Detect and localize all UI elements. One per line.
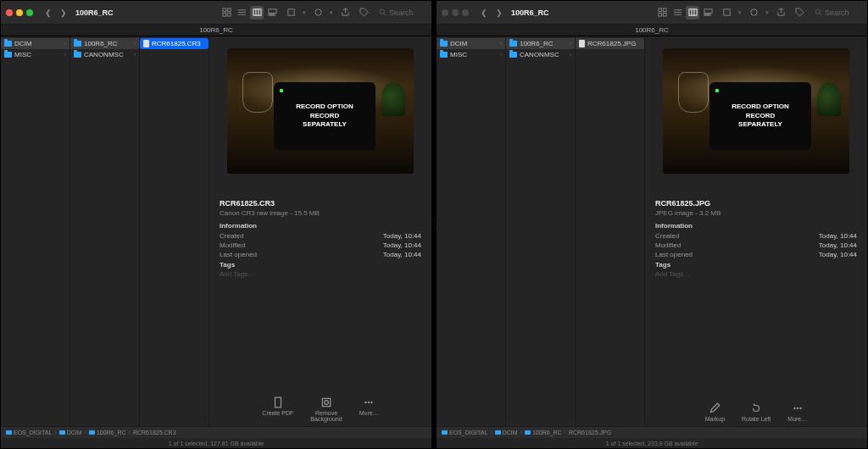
tab-bar: 100R6_RC	[1, 25, 431, 36]
path-item[interactable]: DCIM	[59, 430, 82, 435]
svg-rect-11	[268, 14, 270, 15]
toolbar: ❮ ❯ 100R6_RC ▾ ▾ Search	[1, 1, 431, 25]
markup-button[interactable]: Markup	[705, 402, 725, 423]
folder-item[interactable]: 100R6_RC›	[506, 38, 575, 49]
folder-item[interactable]: MISC›	[1, 49, 70, 60]
folder-item[interactable]: MISC›	[437, 49, 505, 60]
tab[interactable]: 100R6_RC	[635, 26, 669, 34]
more-button[interactable]: More…	[359, 396, 379, 423]
tab-bar: 100R6_RC	[437, 25, 867, 36]
svg-rect-0	[222, 8, 225, 12]
minimize-icon[interactable]	[16, 9, 23, 16]
path-item[interactable]: RCR61825.CR3	[133, 430, 176, 435]
zoom-icon[interactable]	[26, 9, 33, 16]
tab[interactable]: 100R6_RC	[199, 26, 233, 34]
folder-item[interactable]: CANONMSC›	[506, 49, 575, 60]
back-button[interactable]: ❮	[479, 8, 489, 17]
view-gallery-icon[interactable]	[701, 6, 715, 19]
path-item[interactable]: DCIM	[495, 430, 518, 435]
rotate-left-button[interactable]: Rotate Left	[742, 402, 771, 423]
svg-point-16	[380, 9, 384, 14]
svg-rect-1	[227, 8, 231, 12]
info-row: ModifiedToday, 10:44	[220, 241, 421, 250]
action-icon[interactable]	[747, 6, 760, 19]
folder-item[interactable]: DCIM›	[1, 38, 70, 49]
create-pdf-button[interactable]: Create PDF	[262, 396, 293, 423]
quick-actions: Markup Rotate Left More…	[655, 396, 857, 426]
forward-button[interactable]: ❯	[494, 8, 504, 17]
path-item[interactable]: 100R6_RC	[525, 430, 562, 435]
preview-subtitle: Canon CR3 raw image - 15.5 MB	[220, 209, 421, 217]
traffic-lights[interactable]	[442, 9, 469, 16]
svg-rect-25	[663, 8, 666, 12]
remove-background-button[interactable]: Remove Background	[310, 396, 342, 423]
add-tags-button[interactable]: Add Tags…	[655, 270, 857, 278]
share-icon[interactable]	[774, 6, 787, 19]
svg-rect-36	[706, 14, 708, 15]
path-bar: EOS_DIGITAL› DCIM› 100R6_RC› RCR61825.CR…	[1, 426, 431, 438]
view-gallery-icon[interactable]	[265, 6, 279, 19]
tags-heading: Tags	[220, 261, 421, 269]
search-input[interactable]: Search	[376, 7, 426, 19]
preview-thumbnail[interactable]: RECORD OPTION RECORD SEPARATELY	[227, 48, 414, 174]
status-bar: 1 of 1 selected, 233.8 GB available	[437, 438, 867, 448]
svg-point-39	[750, 9, 756, 15]
svg-rect-34	[704, 9, 711, 14]
close-icon[interactable]	[442, 9, 448, 16]
path-item[interactable]: EOS_DIGITAL	[6, 430, 52, 435]
view-columns-icon[interactable]	[250, 6, 264, 19]
view-list-icon[interactable]	[235, 6, 248, 19]
preview-thumbnail[interactable]: RECORD OPTION RECORD SEPARATELY	[663, 48, 849, 174]
minimize-icon[interactable]	[452, 9, 459, 16]
folder-item[interactable]: DCIM›	[437, 38, 505, 49]
zoom-icon[interactable]	[462, 9, 469, 16]
folder-icon	[440, 41, 448, 47]
column-2: 100R6_RC› CANONMSC›	[70, 36, 140, 426]
close-icon[interactable]	[6, 9, 13, 16]
path-item[interactable]: RCR61825.JPG	[569, 430, 611, 435]
file-item[interactable]: RCR61825.JPG	[576, 38, 644, 49]
svg-line-17	[384, 14, 386, 15]
info-row: CreatedToday, 10:44	[655, 231, 857, 241]
svg-rect-38	[723, 9, 729, 15]
folder-item[interactable]: CANONMSC›	[70, 49, 139, 60]
svg-line-41	[820, 14, 821, 15]
svg-rect-35	[704, 14, 705, 15]
group-icon[interactable]	[284, 6, 298, 19]
view-columns-icon[interactable]	[686, 6, 699, 19]
quick-actions: Create PDF Remove Background More…	[220, 390, 421, 426]
folder-icon	[509, 41, 517, 47]
tag-icon[interactable]	[793, 6, 806, 19]
share-icon[interactable]	[338, 6, 352, 19]
svg-rect-12	[270, 14, 272, 15]
search-input[interactable]: Search	[811, 7, 862, 19]
search-icon	[379, 8, 387, 16]
folder-item[interactable]: 100R6_RC›	[70, 38, 139, 49]
tag-icon[interactable]	[357, 6, 370, 19]
finder-window-left: ❮ ❯ 100R6_RC ▾ ▾ Search 100R6_RC DCIM› M…	[0, 0, 432, 449]
traffic-lights[interactable]	[6, 9, 33, 16]
view-icon-grid[interactable]	[655, 6, 669, 19]
folder-icon	[74, 41, 81, 47]
view-icon-grid[interactable]	[220, 6, 233, 19]
preview-pane: RECORD OPTION RECORD SEPARATELY RCR61825…	[209, 36, 431, 426]
back-button[interactable]: ❮	[43, 8, 53, 17]
group-icon[interactable]	[720, 6, 733, 19]
folder-icon	[440, 52, 448, 58]
path-item[interactable]: 100R6_RC	[89, 430, 126, 435]
forward-button[interactable]: ❯	[58, 8, 69, 17]
more-button[interactable]: More…	[787, 402, 807, 423]
info-heading: Information	[220, 222, 421, 230]
file-icon	[143, 40, 149, 47]
view-list-icon[interactable]	[670, 6, 684, 19]
column-1: DCIM› MISC›	[437, 36, 506, 426]
folder-icon	[509, 52, 517, 58]
info-heading: Information	[655, 222, 857, 230]
action-icon[interactable]	[311, 6, 325, 19]
svg-rect-27	[663, 13, 666, 16]
svg-point-42	[793, 407, 795, 409]
path-item[interactable]: EOS_DIGITAL	[442, 430, 487, 435]
info-row: Last openedToday, 10:44	[655, 250, 857, 259]
add-tags-button[interactable]: Add Tags…	[220, 270, 421, 278]
file-item[interactable]: RCR61825.CR3	[140, 38, 209, 49]
